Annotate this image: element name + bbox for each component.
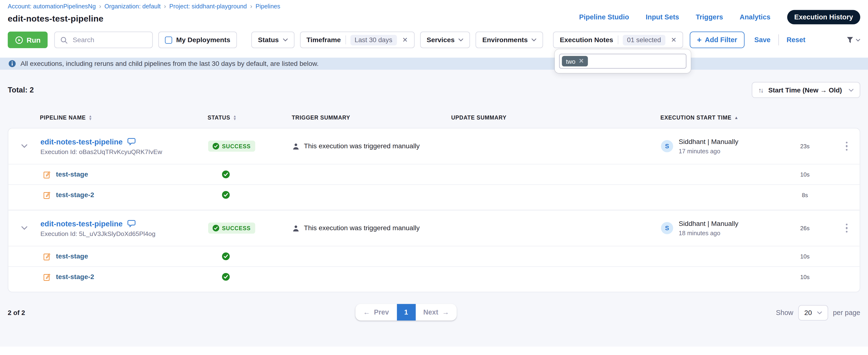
row-menu-cell (833, 140, 860, 153)
start-time-cell: S Siddhant | Manually 18 minutes ago (661, 220, 777, 236)
note-tag-remove-icon[interactable]: ✕ (579, 58, 584, 65)
chevron-right-icon: › (250, 2, 252, 9)
environments-filter-dropdown[interactable]: Environments (476, 32, 543, 48)
play-circle-icon (15, 36, 23, 44)
environments-filter-label: Environments (483, 36, 528, 43)
expand-chevron-icon[interactable] (21, 226, 28, 230)
save-filter-button[interactable]: Save (754, 36, 770, 43)
check-circle-icon (213, 225, 219, 231)
execution-row[interactable]: edit-notes-test-pipeline Execution Id: o… (8, 128, 860, 164)
executions-table: edit-notes-test-pipeline Execution Id: o… (8, 128, 860, 292)
timeframe-filter[interactable]: Timeframe Last 30 days ✕ (300, 32, 414, 48)
stage-row[interactable]: test-stage 10s (8, 246, 860, 266)
check-circle-icon (222, 171, 230, 178)
row-menu-cell (833, 221, 860, 235)
breadcrumb-project-link[interactable]: Project: siddhant-playground (169, 3, 247, 9)
timeframe-clear-icon[interactable]: ✕ (402, 36, 408, 43)
my-deployments-toggle[interactable]: My Deployments (159, 32, 237, 48)
edit-note-icon[interactable] (43, 191, 51, 199)
column-header-execution-start-time[interactable]: EXECUTION START TIME ▲ (660, 115, 776, 120)
execution-group: edit-notes-test-pipeline Execution Id: o… (8, 128, 860, 210)
timeframe-value-chip: Last 30 days (350, 34, 397, 45)
divider (778, 34, 779, 45)
page-size-select[interactable]: 20 (798, 305, 828, 321)
total-count: Total: 2 (8, 86, 34, 94)
search-input[interactable] (72, 35, 147, 44)
execution-id: Execution Id: oBas2UqTRvKcyuQRK7IvEw (40, 148, 208, 155)
next-page-button[interactable]: Next → (415, 304, 457, 321)
pipeline-name-link[interactable]: edit-notes-test-pipeline (40, 219, 123, 228)
column-header-status[interactable]: STATUS ▲▼ (208, 115, 292, 120)
breadcrumb-pipelines-link[interactable]: Pipelines (255, 3, 280, 9)
services-filter-dropdown[interactable]: Services (420, 32, 470, 48)
pipeline-name-cell: edit-notes-test-pipeline Execution Id: o… (40, 138, 208, 155)
prev-page-button[interactable]: ← Prev (355, 304, 397, 321)
summary-row: Total: 2 ↑↓ Start Time (New → Old) (8, 70, 860, 98)
comment-icon[interactable] (127, 220, 135, 228)
stage-name-link[interactable]: test-stage (56, 171, 88, 178)
sort-dropdown-label: Start Time (New → Old) (768, 86, 842, 94)
execution-notes-filter[interactable]: Execution Notes 01 selected ✕ two ✕ (553, 32, 683, 48)
chevron-down-icon (848, 88, 854, 92)
stage-name-link[interactable]: test-stage (56, 253, 88, 260)
status-badge: SUCCESS (208, 141, 255, 152)
kebab-menu-icon[interactable] (843, 140, 850, 153)
sort-dropdown[interactable]: ↑↓ Start Time (New → Old) (752, 82, 860, 98)
execution-notes-label: Execution Notes (560, 36, 613, 43)
status-filter-dropdown[interactable]: Status (251, 32, 294, 48)
table-header-row: PIPELINE NAME ▲▼ STATUS ▲▼ TRIGGER SUMMA… (8, 115, 860, 128)
pipeline-name-cell: edit-notes-test-pipeline Execution Id: 5… (40, 219, 208, 237)
page-number-button[interactable]: 1 (397, 304, 415, 321)
tab-pipeline-studio[interactable]: Pipeline Studio (579, 13, 629, 21)
chevron-down-icon (856, 38, 860, 41)
start-time-cell: S Siddhant | Manually 17 minutes ago (661, 138, 777, 154)
my-deployments-checkbox[interactable] (165, 36, 172, 43)
page-size-control: Show 20 per page (776, 305, 860, 321)
column-header-pipeline-name[interactable]: PIPELINE NAME ▲▼ (40, 115, 208, 120)
breadcrumb-org-link[interactable]: Organization: default (104, 3, 161, 9)
stage-name-link[interactable]: test-stage-2 (56, 273, 94, 280)
arrow-left-icon: ← (363, 308, 370, 316)
services-filter-label: Services (427, 36, 455, 43)
edit-note-icon[interactable] (43, 273, 51, 281)
execution-id: Execution Id: 5L_uV3JkSlyDoXd65Pl4og (40, 230, 208, 237)
tab-triggers[interactable]: Triggers (696, 13, 723, 21)
run-button[interactable]: Run (8, 32, 48, 48)
stage-row[interactable]: test-stage-2 10s (8, 266, 860, 287)
execution-notes-clear-icon[interactable]: ✕ (671, 36, 676, 43)
avatar: S (661, 140, 673, 152)
execution-row[interactable]: edit-notes-test-pipeline Execution Id: 5… (8, 210, 860, 246)
sort-icon: ▲▼ (89, 115, 92, 120)
stage-duration: 8s (777, 191, 833, 198)
kebab-menu-icon[interactable] (843, 221, 850, 235)
per-page-label: per page (833, 309, 860, 317)
page-header: Account: automationPipelinesNg › Organiz… (0, 0, 868, 24)
stage-name-cell: test-stage-2 (8, 191, 208, 199)
check-circle-icon (222, 253, 230, 260)
filter-panel-button[interactable] (846, 36, 860, 44)
plus-icon: + (697, 35, 702, 44)
stage-duration: 10s (777, 273, 833, 280)
started-by: Siddhant | Manually (679, 220, 738, 228)
trigger-summary-cell: This execution was triggered manually (292, 142, 452, 150)
edit-note-icon[interactable] (43, 170, 51, 179)
breadcrumb: Account: automationPipelinesNg › Organiz… (8, 3, 280, 9)
stage-name-link[interactable]: test-stage-2 (56, 191, 94, 199)
execution-notes-tag-input[interactable]: two ✕ (559, 54, 687, 68)
funnel-icon (846, 36, 854, 44)
check-circle-icon (222, 191, 230, 199)
expand-chevron-icon[interactable] (21, 144, 28, 148)
pipeline-name-link[interactable]: edit-notes-test-pipeline (40, 138, 123, 146)
breadcrumb-account-link[interactable]: Account: automationPipelinesNg (8, 3, 96, 9)
stage-row[interactable]: test-stage-2 8s (8, 184, 860, 205)
add-filter-button[interactable]: + Add Filter (690, 32, 744, 48)
show-label: Show (776, 309, 793, 317)
tab-analytics[interactable]: Analytics (740, 13, 770, 21)
tab-input-sets[interactable]: Input Sets (646, 13, 679, 21)
comment-icon[interactable] (127, 138, 135, 145)
chevron-down-icon (459, 38, 463, 41)
stage-row[interactable]: test-stage 10s (8, 164, 860, 184)
edit-note-icon[interactable] (43, 252, 51, 261)
reset-filter-button[interactable]: Reset (786, 36, 805, 43)
tab-execution-history[interactable]: Execution History (787, 10, 860, 24)
